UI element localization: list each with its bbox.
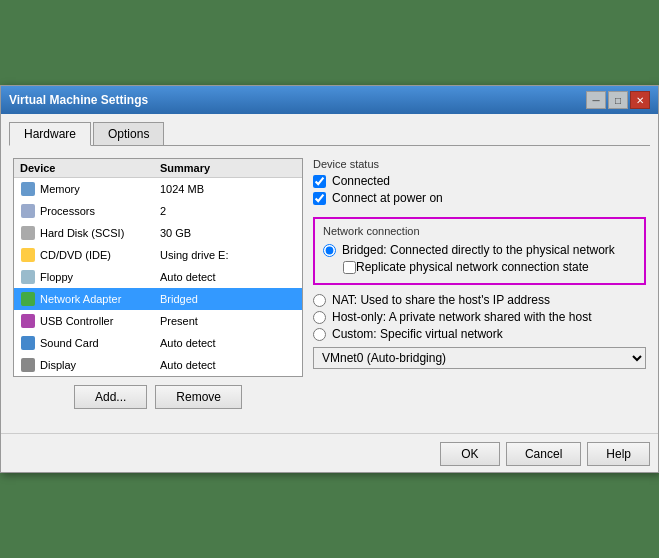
footer-buttons: OK Cancel Help <box>1 433 658 472</box>
device-name: Network Adapter <box>40 293 160 305</box>
device-table-header: Device Summary <box>14 159 302 178</box>
device-name: Sound Card <box>40 337 160 349</box>
nat-radio[interactable] <box>313 294 326 307</box>
tab-bar: Hardware Options <box>9 122 650 146</box>
vmnet-dropdown-row: VMnet0 (Auto-bridging) VMnet1 VMnet2 VMn… <box>313 347 646 369</box>
nat-radio-row: NAT: Used to share the host's IP address <box>313 293 646 307</box>
connect-power-row: Connect at power on <box>313 191 646 205</box>
network-icon <box>20 291 36 307</box>
connected-label: Connected <box>332 174 390 188</box>
device-summary: 30 GB <box>160 227 296 239</box>
title-bar-controls: ─ □ ✕ <box>586 91 650 109</box>
device-name: CD/DVD (IDE) <box>40 249 160 261</box>
device-summary: Present <box>160 315 296 327</box>
device-status-label: Device status <box>313 158 646 170</box>
device-summary: Auto detect <box>160 337 296 349</box>
display-icon <box>20 357 36 373</box>
device-summary: 1024 MB <box>160 183 296 195</box>
connect-power-label: Connect at power on <box>332 191 443 205</box>
device-summary: 2 <box>160 205 296 217</box>
custom-radio[interactable] <box>313 328 326 341</box>
add-button[interactable]: Add... <box>74 385 147 409</box>
tab-options[interactable]: Options <box>93 122 164 145</box>
tab-hardware[interactable]: Hardware <box>9 122 91 146</box>
replicate-label: Replicate physical network connection st… <box>356 260 589 274</box>
ok-button[interactable]: OK <box>440 442 500 466</box>
table-row[interactable]: Display Auto detect <box>14 354 302 376</box>
table-row[interactable]: Memory 1024 MB <box>14 178 302 200</box>
device-name: USB Controller <box>40 315 160 327</box>
left-panel: Device Summary Memory 1024 MB Processors… <box>13 158 303 413</box>
processors-icon <box>20 203 36 219</box>
bridged-radio-row: Bridged: Connected directly to the physi… <box>323 243 636 257</box>
device-name: Hard Disk (SCSI) <box>40 227 160 239</box>
device-name: Display <box>40 359 160 371</box>
connected-row: Connected <box>313 174 646 188</box>
col-header-summary: Summary <box>160 162 296 174</box>
device-name: Floppy <box>40 271 160 283</box>
memory-icon <box>20 181 36 197</box>
hdd-icon <box>20 225 36 241</box>
remove-button[interactable]: Remove <box>155 385 242 409</box>
hostonly-radio-row: Host-only: A private network shared with… <box>313 310 646 324</box>
minimize-button[interactable]: ─ <box>586 91 606 109</box>
right-panel: Device status Connected Connect at power… <box>313 158 646 413</box>
device-status-section: Device status Connected Connect at power… <box>313 158 646 205</box>
virtual-machine-settings-window: Virtual Machine Settings ─ □ ✕ Hardware … <box>0 85 659 473</box>
bridged-label: Bridged: Connected directly to the physi… <box>342 243 615 257</box>
replicate-checkbox[interactable] <box>343 261 356 274</box>
title-bar: Virtual Machine Settings ─ □ ✕ <box>1 86 658 114</box>
table-row[interactable]: Processors 2 <box>14 200 302 222</box>
cancel-button[interactable]: Cancel <box>506 442 581 466</box>
window-title: Virtual Machine Settings <box>9 93 148 107</box>
table-row[interactable]: Hard Disk (SCSI) 30 GB <box>14 222 302 244</box>
device-panel-buttons: Add... Remove <box>13 377 303 413</box>
bridged-radio[interactable] <box>323 244 336 257</box>
device-summary: Using drive E: <box>160 249 296 261</box>
nat-label: NAT: Used to share the host's IP address <box>332 293 550 307</box>
table-row[interactable]: Sound Card Auto detect <box>14 332 302 354</box>
hostonly-label: Host-only: A private network shared with… <box>332 310 591 324</box>
table-row[interactable]: Floppy Auto detect <box>14 266 302 288</box>
cdrom-icon <box>20 247 36 263</box>
vmnet-dropdown[interactable]: VMnet0 (Auto-bridging) VMnet1 VMnet2 VMn… <box>313 347 646 369</box>
usb-icon <box>20 313 36 329</box>
connect-power-checkbox[interactable] <box>313 192 326 205</box>
maximize-button[interactable]: □ <box>608 91 628 109</box>
window-content: Hardware Options Device Summary Memory 1… <box>1 114 658 425</box>
connected-checkbox[interactable] <box>313 175 326 188</box>
table-row[interactable]: USB Controller Present <box>14 310 302 332</box>
close-button[interactable]: ✕ <box>630 91 650 109</box>
sound-icon <box>20 335 36 351</box>
floppy-icon <box>20 269 36 285</box>
device-summary: Auto detect <box>160 359 296 371</box>
device-panel: Device Summary Memory 1024 MB Processors… <box>13 158 303 377</box>
col-header-device: Device <box>20 162 160 174</box>
table-row[interactable]: CD/DVD (IDE) Using drive E: <box>14 244 302 266</box>
network-connection-section: Network connection Bridged: Connected di… <box>313 217 646 285</box>
device-summary: Auto detect <box>160 271 296 283</box>
table-row[interactable]: Network Adapter Bridged <box>14 288 302 310</box>
network-connection-label: Network connection <box>323 225 636 237</box>
custom-radio-row: Custom: Specific virtual network <box>313 327 646 341</box>
device-name: Processors <box>40 205 160 217</box>
device-summary: Bridged <box>160 293 296 305</box>
hostonly-radio[interactable] <box>313 311 326 324</box>
help-button[interactable]: Help <box>587 442 650 466</box>
custom-label: Custom: Specific virtual network <box>332 327 503 341</box>
device-name: Memory <box>40 183 160 195</box>
replicate-row: Replicate physical network connection st… <box>343 260 636 274</box>
main-area: Device Summary Memory 1024 MB Processors… <box>9 154 650 417</box>
